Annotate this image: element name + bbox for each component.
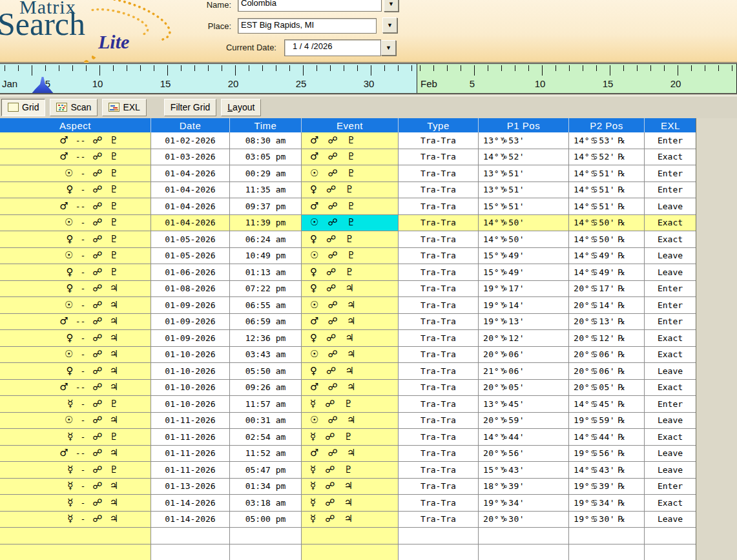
p2-pos-cell[interactable]: 20°♋17'℞: [569, 281, 645, 298]
date-cell[interactable]: 01-10-2026: [151, 396, 230, 413]
date-cell[interactable]: 01-14-2026: [151, 495, 230, 512]
p1-pos-cell[interactable]: 15°♑49': [479, 248, 569, 265]
date-cell[interactable]: 01-05-2026: [151, 231, 230, 248]
date-cell[interactable]: 01-04-2026: [151, 215, 230, 232]
event-cell[interactable]: ☉☍♃: [302, 347, 399, 364]
name-dropdown-button[interactable]: ▼: [384, 0, 399, 12]
type-cell[interactable]: Tra-Tra: [399, 363, 479, 380]
aspect-cell[interactable]: [0, 544, 151, 560]
exl-cell[interactable]: Leave: [645, 462, 696, 479]
grid-row[interactable]: ♀-☍♃01-09-202612:36 pm♀☍♃Tra-Tra20°♑12'2…: [0, 330, 696, 347]
grid-row[interactable]: ♂--☍♇01-02-202608:30 am♂☍♇Tra-Tra13°♑53'…: [0, 132, 696, 149]
type-cell[interactable]: Tra-Tra: [399, 297, 479, 314]
aspect-cell[interactable]: ♂--☍♇: [0, 149, 151, 166]
column-header-type[interactable]: Type: [399, 118, 479, 132]
p2-pos-cell[interactable]: 19°♋59'℞: [569, 413, 645, 430]
column-header-aspect[interactable]: Aspect: [0, 118, 151, 132]
aspect-cell[interactable]: ♂--☍♃: [0, 314, 151, 331]
date-cell[interactable]: 01-13-2026: [151, 479, 230, 495]
time-cell[interactable]: 03:43 am: [230, 347, 302, 364]
type-cell[interactable]: [399, 528, 479, 544]
p1-pos-cell[interactable]: 20°♑05': [479, 380, 569, 397]
time-cell[interactable]: 05:50 am: [230, 363, 302, 380]
exl-cell[interactable]: Leave: [645, 198, 696, 215]
p1-pos-cell[interactable]: 21°♑06': [479, 363, 569, 380]
grid-row[interactable]: ♀-☍♇01-05-202606:24 am♀☍♇Tra-Tra14°♑50'1…: [0, 231, 696, 248]
type-cell[interactable]: Tra-Tra: [399, 165, 479, 182]
exl-cell[interactable]: Enter: [645, 182, 696, 199]
p2-pos-cell[interactable]: 20°♋14'℞: [569, 297, 645, 314]
aspect-cell[interactable]: ☉-☍♇: [0, 165, 151, 182]
date-cell[interactable]: 01-02-2026: [151, 132, 230, 149]
column-header-p1-pos[interactable]: P1 Pos: [479, 118, 569, 132]
time-cell[interactable]: 05:47 pm: [230, 462, 302, 479]
p2-pos-cell[interactable]: 19°♋30'℞: [569, 512, 645, 528]
date-cell[interactable]: 01-06-2026: [151, 264, 230, 281]
p2-pos-cell[interactable]: 14°♋50'℞: [569, 231, 645, 248]
type-cell[interactable]: Tra-Tra: [399, 479, 479, 495]
grid-row[interactable]: ☉-☍♃01-10-202603:43 am☉☍♃Tra-Tra20°♑06'2…: [0, 347, 696, 364]
type-cell[interactable]: Tra-Tra: [399, 182, 479, 199]
p1-pos-cell[interactable]: 14°♑50': [479, 215, 569, 232]
type-cell[interactable]: Tra-Tra: [399, 149, 479, 166]
p1-pos-cell[interactable]: 15°♑43': [479, 462, 569, 479]
p2-pos-cell[interactable]: 19°♋56'℞: [569, 446, 645, 462]
current-date-input[interactable]: 1 / 4 /2026: [284, 39, 381, 56]
exl-cell[interactable]: Exact: [645, 215, 696, 232]
exl-cell[interactable]: Exact: [645, 429, 696, 446]
event-cell[interactable]: ♂☍♃: [302, 380, 399, 397]
p2-pos-cell[interactable]: 20°♋12'℞: [569, 330, 645, 347]
time-cell[interactable]: 09:37 pm: [230, 198, 302, 215]
time-cell[interactable]: 03:18 am: [230, 495, 302, 512]
exl-cell[interactable]: Exact: [645, 231, 696, 248]
time-cell[interactable]: 10:49 pm: [230, 248, 302, 265]
p1-pos-cell[interactable]: 13°♑53': [479, 132, 569, 149]
column-header-event[interactable]: Event: [302, 118, 399, 132]
aspect-cell[interactable]: ☿-☍♇: [0, 462, 151, 479]
exl-cell[interactable]: Leave: [645, 512, 696, 528]
date-cell[interactable]: 01-11-2026: [151, 429, 230, 446]
time-cell[interactable]: 01:13 am: [230, 264, 302, 281]
exl-cell[interactable]: [645, 528, 696, 544]
exl-cell[interactable]: Enter: [645, 281, 696, 298]
p1-pos-cell[interactable]: 20°♑56': [479, 446, 569, 462]
date-cell[interactable]: [151, 544, 230, 560]
aspect-cell[interactable]: ♂--☍♇: [0, 198, 151, 215]
event-cell[interactable]: ☉☍♇: [302, 165, 399, 182]
type-cell[interactable]: Tra-Tra: [399, 396, 479, 413]
grid-row[interactable]: ♂--☍♃01-11-202611:52 am♂☍♃Tra-Tra20°♑56'…: [0, 446, 696, 462]
time-cell[interactable]: 08:30 am: [230, 132, 302, 149]
aspect-cell[interactable]: ♀-☍♇: [0, 264, 151, 281]
grid-row[interactable]: ♀-☍♃01-10-202605:50 am♀☍♃Tra-Tra21°♑06'2…: [0, 363, 696, 380]
p1-pos-cell[interactable]: 19°♑17': [479, 281, 569, 298]
event-cell[interactable]: ☿☍♇: [302, 462, 399, 479]
exl-cell[interactable]: Leave: [645, 446, 696, 462]
p1-pos-cell[interactable]: 13°♑45': [479, 396, 569, 413]
time-cell[interactable]: 06:59 am: [230, 314, 302, 331]
time-cell[interactable]: [230, 544, 302, 560]
aspect-cell[interactable]: ☉-☍♇: [0, 215, 151, 232]
p2-pos-cell[interactable]: 19°♋39'℞: [569, 479, 645, 495]
exl-button[interactable]: EXL: [102, 99, 146, 116]
p1-pos-cell[interactable]: 15°♑51': [479, 198, 569, 215]
event-cell[interactable]: ♂☍♃: [302, 314, 399, 331]
exl-cell[interactable]: Leave: [645, 363, 696, 380]
type-cell[interactable]: Tra-Tra: [399, 248, 479, 265]
column-header-time[interactable]: Time: [230, 118, 302, 132]
grid-row[interactable]: ☉-☍♃01-09-202606:55 am☉☍♃Tra-Tra19°♑14'2…: [0, 297, 696, 314]
p1-pos-cell[interactable]: 19°♑34': [479, 495, 569, 512]
p1-pos-cell[interactable]: 19°♑13': [479, 314, 569, 331]
date-cell[interactable]: 01-09-2026: [151, 330, 230, 347]
event-cell[interactable]: ☿☍♃: [302, 495, 399, 512]
column-header-exl[interactable]: EXL: [645, 118, 696, 132]
time-cell[interactable]: 11:39 pm: [230, 215, 302, 232]
p1-pos-cell[interactable]: 20°♑59': [479, 413, 569, 430]
exl-cell[interactable]: [645, 544, 696, 560]
aspect-cell[interactable]: ☿-☍♃: [0, 512, 151, 528]
type-cell[interactable]: Tra-Tra: [399, 264, 479, 281]
p1-pos-cell[interactable]: [479, 528, 569, 544]
exl-cell[interactable]: Exact: [645, 380, 696, 397]
exl-cell[interactable]: Exact: [645, 149, 696, 166]
p2-pos-cell[interactable]: 14°♋49'℞: [569, 248, 645, 265]
type-cell[interactable]: Tra-Tra: [399, 132, 479, 149]
